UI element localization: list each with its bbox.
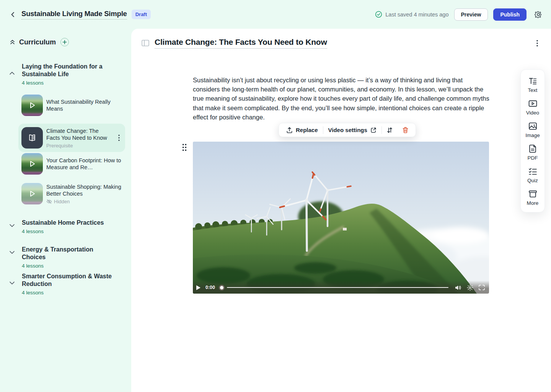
tool-quiz[interactable]: Quiz: [521, 167, 544, 183]
section-title-text: Energy & Transportation Choices: [22, 246, 93, 260]
play-icon: [27, 189, 37, 199]
tool-image[interactable]: Image: [521, 121, 544, 138]
lesson-body-paragraph[interactable]: Sustainability isn’t just about recyclin…: [193, 75, 489, 122]
volume-icon[interactable]: [455, 285, 462, 291]
lesson-item-climate-change[interactable]: Climate Change: The Facts You Need to Kn…: [18, 124, 125, 152]
back-icon: [10, 11, 16, 18]
section-title[interactable]: Sustainable Home Practices 4 lessons: [22, 219, 114, 235]
publish-button[interactable]: Publish: [493, 8, 527, 21]
status-badge: Draft: [132, 10, 151, 19]
curriculum-heading: Curriculum: [19, 38, 56, 46]
sidebar-toggle-button[interactable]: [141, 39, 150, 47]
scrubber-knob[interactable]: [219, 285, 225, 291]
lesson-hidden-label: Hidden: [54, 199, 70, 204]
tool-pdf[interactable]: PDF: [521, 144, 544, 161]
video-icon: [528, 99, 538, 108]
fullscreen-icon[interactable]: [478, 284, 485, 291]
section-lesson-count: 4 lessons: [22, 79, 114, 87]
preview-button[interactable]: Preview: [454, 8, 488, 21]
last-saved-status: Last saved 4 minutes ago: [375, 11, 448, 18]
section-lesson-count: 4 lessons: [22, 289, 114, 297]
tool-label: Text: [528, 87, 538, 93]
progress-track[interactable]: [227, 287, 448, 288]
quiz-icon: [528, 167, 538, 176]
lesson-subtitle: Prerequisite: [46, 143, 112, 149]
reading-tile: [21, 127, 43, 149]
section-lesson-count: 4 lessons: [22, 228, 114, 235]
tool-video[interactable]: Video: [521, 99, 544, 116]
pdf-icon: [528, 144, 538, 154]
lesson-title: What Sustainability Really Means: [46, 98, 122, 113]
replace-video-button[interactable]: Replace: [281, 123, 323, 137]
drag-handle-icon: [182, 144, 187, 151]
section-title[interactable]: Smarter Consumption & Waste Reduction 4 …: [22, 273, 114, 297]
tool-more[interactable]: More: [521, 189, 544, 206]
insert-tool-rail: Text Video Image PDF: [520, 69, 545, 212]
chevron-down-icon: [9, 281, 15, 285]
lesson-editor-panel: Climate Change: The Facts You Need to Kn…: [131, 29, 551, 392]
section-collapse-button[interactable]: [9, 71, 15, 75]
lesson-menu-button[interactable]: [116, 134, 122, 141]
play-icon: [27, 100, 37, 110]
kebab-icon: [118, 134, 120, 141]
section-title-text: Smarter Consumption & Waste Reduction: [22, 273, 112, 287]
top-bar: Sustainable Living Made Simple Draft Las…: [0, 0, 551, 29]
lesson-item-sustainable-shopping[interactable]: Sustainable Shopping: Making Better Choi…: [18, 183, 125, 204]
curriculum-sidebar: Curriculum Laying the Foundation for a S…: [0, 29, 131, 392]
video-thumbnail: [21, 153, 43, 175]
video-settings-button[interactable]: Video settings: [323, 123, 381, 137]
tool-label: Video: [526, 110, 539, 116]
check-circle-icon: [375, 11, 382, 18]
last-saved-text: Last saved 4 minutes ago: [385, 11, 448, 18]
tool-label: More: [527, 200, 539, 206]
section-title[interactable]: Energy & Transportation Choices 4 lesson…: [22, 246, 114, 270]
panel-toggle-icon: [142, 40, 149, 46]
lesson-item-carbon-footprint[interactable]: Your Carbon Footprint: How to Measure an…: [18, 153, 125, 175]
sort-arrows-icon: [386, 127, 393, 134]
lesson-item-what-sustainability[interactable]: What Sustainability Really Means: [18, 95, 125, 116]
section-expand-button[interactable]: [9, 250, 15, 254]
more-icon: [528, 189, 538, 199]
trash-icon: [402, 127, 409, 134]
replace-label: Replace: [296, 127, 318, 133]
section-expand-button[interactable]: [9, 224, 15, 227]
section-title[interactable]: Laying the Foundation for a Sustainable …: [22, 63, 114, 87]
delete-block-button[interactable]: [398, 123, 413, 137]
chevron-down-icon: [9, 250, 15, 254]
lesson-title: Climate Change: The Facts You Need to Kn…: [46, 127, 112, 142]
settings-button[interactable]: [533, 9, 544, 20]
back-button[interactable]: [8, 9, 18, 20]
lesson-page-title[interactable]: Climate Change: The Facts You Need to Kn…: [155, 38, 327, 49]
tool-label: PDF: [528, 155, 538, 161]
reorder-block-button[interactable]: [382, 123, 398, 137]
section-expand-button[interactable]: [9, 281, 15, 285]
add-section-button[interactable]: [60, 38, 69, 46]
video-controls-bar: 0:00: [193, 281, 489, 294]
video-toolbar: Replace Video settings: [279, 123, 416, 137]
section-title-text: Sustainable Home Practices: [22, 219, 104, 226]
section-title-text: Laying the Foundation for a Sustainable …: [22, 63, 103, 77]
play-button[interactable]: [196, 285, 201, 291]
playback-time: 0:00: [205, 285, 215, 290]
lesson-title: Your Carbon Footprint: How to Measure an…: [46, 157, 122, 171]
eye-off-icon: [46, 199, 52, 204]
tool-text[interactable]: Text: [521, 76, 544, 93]
tool-label: Quiz: [527, 178, 538, 183]
video-still-wind-turbines: [193, 142, 489, 294]
section-lesson-count: 4 lessons: [22, 262, 114, 270]
lesson-title: Sustainable Shopping: Making Better Choi…: [46, 183, 122, 198]
external-link-icon: [370, 127, 377, 133]
gear-icon: [534, 10, 543, 19]
drag-handle[interactable]: [182, 144, 187, 151]
collapse-all-button[interactable]: [9, 39, 16, 46]
tool-label: Image: [525, 132, 540, 138]
course-title[interactable]: Sustainable Living Made Simple: [21, 10, 127, 20]
video-player[interactable]: 0:00: [193, 142, 489, 294]
upload-icon: [286, 127, 293, 134]
video-thumbnail: [21, 183, 43, 204]
collapse-all-icon: [9, 39, 16, 46]
video-settings-label: Video settings: [328, 127, 367, 133]
player-settings-icon[interactable]: [467, 284, 473, 291]
lesson-options-button[interactable]: [533, 40, 542, 47]
chevron-up-icon: [9, 71, 15, 75]
